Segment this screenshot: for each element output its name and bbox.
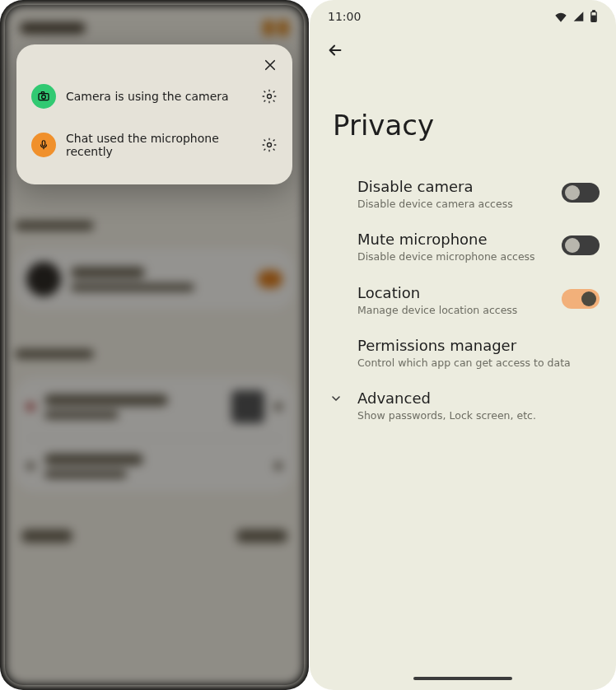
pref-title: Location [357, 284, 550, 301]
gear-icon[interactable] [261, 88, 278, 105]
close-icon[interactable] [263, 58, 278, 72]
svg-point-3 [268, 95, 272, 99]
page-title: Privacy [310, 59, 616, 178]
pref-subtitle: Disable device microphone access [357, 250, 550, 263]
camera-notification-row[interactable]: Camera is using the camera [31, 72, 278, 120]
camera-notification-text: Camera is using the camera [66, 90, 251, 103]
pref-disable-camera[interactable]: Disable camera Disable device camera acc… [326, 178, 600, 211]
camera-toggle[interactable] [562, 183, 600, 203]
camera-icon [31, 84, 56, 109]
pref-subtitle: Manage device location access [357, 304, 550, 317]
signal-icon [572, 11, 585, 22]
pref-title: Permissions manager [357, 337, 600, 354]
battery-icon [590, 10, 598, 23]
location-toggle[interactable] [562, 289, 600, 309]
chevron-down-icon [326, 389, 346, 405]
svg-rect-2 [41, 92, 44, 94]
gear-icon[interactable] [261, 137, 278, 153]
svg-point-1 [42, 95, 46, 99]
status-time: 11:00 [328, 10, 361, 23]
microphone-notification-text: Chat used the microphone recently [66, 132, 251, 158]
pref-title: Advanced [357, 389, 600, 407]
wifi-icon [554, 11, 567, 22]
microphone-icon [31, 133, 56, 157]
svg-point-5 [268, 143, 272, 147]
svg-rect-4 [42, 141, 45, 146]
back-icon[interactable] [326, 41, 600, 59]
pref-permissions-manager[interactable]: Permissions manager Control which app ca… [326, 337, 600, 370]
microphone-toggle[interactable] [562, 235, 600, 255]
status-bar: 11:00 [310, 0, 616, 30]
svg-rect-8 [592, 16, 595, 21]
pref-title: Disable camera [357, 178, 550, 195]
pref-subtitle: Control which app can get access to data [357, 357, 600, 370]
pref-subtitle: Show passwords, Lock screen, etc. [357, 409, 600, 422]
svg-rect-7 [593, 11, 595, 12]
left-phone-frame: Camera is using the camera Chat used the… [0, 0, 309, 690]
privacy-indicator-popup: Camera is using the camera Chat used the… [16, 44, 292, 184]
right-phone-frame: 11:00 Privacy [309, 0, 616, 690]
pref-advanced[interactable]: Advanced Show passwords, Lock screen, et… [326, 389, 600, 422]
navigation-handle[interactable] [413, 677, 512, 680]
pref-location[interactable]: Location Manage device location access [326, 284, 600, 317]
pref-subtitle: Disable device camera access [357, 198, 550, 211]
pref-title: Mute microphone [357, 231, 550, 248]
microphone-notification-row[interactable]: Chat used the microphone recently [31, 120, 278, 170]
pref-mute-microphone[interactable]: Mute microphone Disable device microphon… [326, 231, 600, 263]
